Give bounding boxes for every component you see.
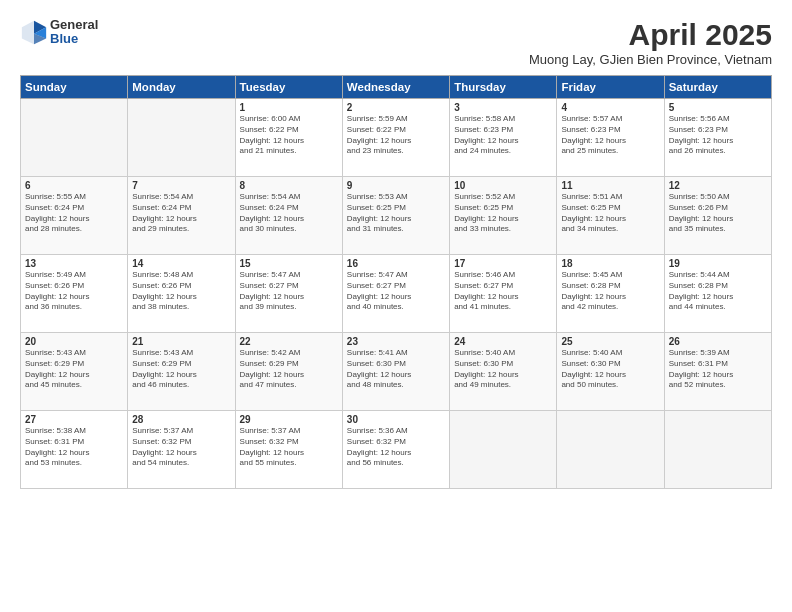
calendar-cell: 5Sunrise: 5:56 AM Sunset: 6:23 PM Daylig… xyxy=(664,99,771,177)
day-number: 14 xyxy=(132,258,230,269)
day-number: 3 xyxy=(454,102,552,113)
header: General Blue April 2025 Muong Lay, GJien… xyxy=(20,18,772,67)
weekday-header-row: SundayMondayTuesdayWednesdayThursdayFrid… xyxy=(21,76,772,99)
calendar-cell: 11Sunrise: 5:51 AM Sunset: 6:25 PM Dayli… xyxy=(557,177,664,255)
calendar-cell: 9Sunrise: 5:53 AM Sunset: 6:25 PM Daylig… xyxy=(342,177,449,255)
calendar-cell: 7Sunrise: 5:54 AM Sunset: 6:24 PM Daylig… xyxy=(128,177,235,255)
day-number: 20 xyxy=(25,336,123,347)
day-detail: Sunrise: 5:44 AM Sunset: 6:28 PM Dayligh… xyxy=(669,270,767,313)
logo-icon xyxy=(20,18,48,46)
weekday-header-tuesday: Tuesday xyxy=(235,76,342,99)
calendar-cell xyxy=(557,411,664,489)
day-number: 17 xyxy=(454,258,552,269)
calendar-cell xyxy=(128,99,235,177)
day-detail: Sunrise: 5:46 AM Sunset: 6:27 PM Dayligh… xyxy=(454,270,552,313)
day-detail: Sunrise: 5:49 AM Sunset: 6:26 PM Dayligh… xyxy=(25,270,123,313)
calendar-cell: 6Sunrise: 5:55 AM Sunset: 6:24 PM Daylig… xyxy=(21,177,128,255)
calendar-cell: 2Sunrise: 5:59 AM Sunset: 6:22 PM Daylig… xyxy=(342,99,449,177)
calendar-cell: 17Sunrise: 5:46 AM Sunset: 6:27 PM Dayli… xyxy=(450,255,557,333)
day-detail: Sunrise: 5:37 AM Sunset: 6:32 PM Dayligh… xyxy=(132,426,230,469)
calendar-cell: 18Sunrise: 5:45 AM Sunset: 6:28 PM Dayli… xyxy=(557,255,664,333)
day-detail: Sunrise: 5:39 AM Sunset: 6:31 PM Dayligh… xyxy=(669,348,767,391)
day-detail: Sunrise: 5:51 AM Sunset: 6:25 PM Dayligh… xyxy=(561,192,659,235)
weekday-header-wednesday: Wednesday xyxy=(342,76,449,99)
calendar-cell: 13Sunrise: 5:49 AM Sunset: 6:26 PM Dayli… xyxy=(21,255,128,333)
day-detail: Sunrise: 5:43 AM Sunset: 6:29 PM Dayligh… xyxy=(132,348,230,391)
day-detail: Sunrise: 5:58 AM Sunset: 6:23 PM Dayligh… xyxy=(454,114,552,157)
day-detail: Sunrise: 5:38 AM Sunset: 6:31 PM Dayligh… xyxy=(25,426,123,469)
calendar-cell: 19Sunrise: 5:44 AM Sunset: 6:28 PM Dayli… xyxy=(664,255,771,333)
calendar-cell: 23Sunrise: 5:41 AM Sunset: 6:30 PM Dayli… xyxy=(342,333,449,411)
day-detail: Sunrise: 5:40 AM Sunset: 6:30 PM Dayligh… xyxy=(561,348,659,391)
title-block: April 2025 Muong Lay, GJien Bien Provinc… xyxy=(529,18,772,67)
calendar-cell: 20Sunrise: 5:43 AM Sunset: 6:29 PM Dayli… xyxy=(21,333,128,411)
day-detail: Sunrise: 5:59 AM Sunset: 6:22 PM Dayligh… xyxy=(347,114,445,157)
calendar-cell: 21Sunrise: 5:43 AM Sunset: 6:29 PM Dayli… xyxy=(128,333,235,411)
day-number: 30 xyxy=(347,414,445,425)
calendar-cell: 24Sunrise: 5:40 AM Sunset: 6:30 PM Dayli… xyxy=(450,333,557,411)
day-number: 15 xyxy=(240,258,338,269)
day-number: 16 xyxy=(347,258,445,269)
day-number: 24 xyxy=(454,336,552,347)
calendar-week-5: 27Sunrise: 5:38 AM Sunset: 6:31 PM Dayli… xyxy=(21,411,772,489)
calendar-cell: 16Sunrise: 5:47 AM Sunset: 6:27 PM Dayli… xyxy=(342,255,449,333)
day-number: 4 xyxy=(561,102,659,113)
calendar-page: General Blue April 2025 Muong Lay, GJien… xyxy=(0,0,792,612)
logo: General Blue xyxy=(20,18,98,47)
month-title: April 2025 xyxy=(529,18,772,52)
day-number: 9 xyxy=(347,180,445,191)
calendar-week-1: 1Sunrise: 6:00 AM Sunset: 6:22 PM Daylig… xyxy=(21,99,772,177)
calendar-cell: 27Sunrise: 5:38 AM Sunset: 6:31 PM Dayli… xyxy=(21,411,128,489)
day-detail: Sunrise: 5:36 AM Sunset: 6:32 PM Dayligh… xyxy=(347,426,445,469)
day-number: 11 xyxy=(561,180,659,191)
weekday-header-friday: Friday xyxy=(557,76,664,99)
calendar-cell: 8Sunrise: 5:54 AM Sunset: 6:24 PM Daylig… xyxy=(235,177,342,255)
day-number: 8 xyxy=(240,180,338,191)
calendar-week-4: 20Sunrise: 5:43 AM Sunset: 6:29 PM Dayli… xyxy=(21,333,772,411)
calendar-cell xyxy=(664,411,771,489)
logo-text: General Blue xyxy=(50,18,98,47)
day-detail: Sunrise: 5:54 AM Sunset: 6:24 PM Dayligh… xyxy=(240,192,338,235)
day-detail: Sunrise: 5:40 AM Sunset: 6:30 PM Dayligh… xyxy=(454,348,552,391)
day-number: 1 xyxy=(240,102,338,113)
weekday-header-saturday: Saturday xyxy=(664,76,771,99)
calendar-cell: 29Sunrise: 5:37 AM Sunset: 6:32 PM Dayli… xyxy=(235,411,342,489)
weekday-header-thursday: Thursday xyxy=(450,76,557,99)
day-number: 10 xyxy=(454,180,552,191)
day-number: 5 xyxy=(669,102,767,113)
day-number: 12 xyxy=(669,180,767,191)
weekday-header-monday: Monday xyxy=(128,76,235,99)
day-detail: Sunrise: 5:53 AM Sunset: 6:25 PM Dayligh… xyxy=(347,192,445,235)
calendar-cell: 4Sunrise: 5:57 AM Sunset: 6:23 PM Daylig… xyxy=(557,99,664,177)
day-detail: Sunrise: 5:42 AM Sunset: 6:29 PM Dayligh… xyxy=(240,348,338,391)
day-detail: Sunrise: 5:47 AM Sunset: 6:27 PM Dayligh… xyxy=(347,270,445,313)
day-number: 23 xyxy=(347,336,445,347)
day-number: 19 xyxy=(669,258,767,269)
day-number: 13 xyxy=(25,258,123,269)
day-number: 2 xyxy=(347,102,445,113)
calendar-cell: 12Sunrise: 5:50 AM Sunset: 6:26 PM Dayli… xyxy=(664,177,771,255)
day-detail: Sunrise: 5:43 AM Sunset: 6:29 PM Dayligh… xyxy=(25,348,123,391)
calendar-week-2: 6Sunrise: 5:55 AM Sunset: 6:24 PM Daylig… xyxy=(21,177,772,255)
day-detail: Sunrise: 5:57 AM Sunset: 6:23 PM Dayligh… xyxy=(561,114,659,157)
day-number: 22 xyxy=(240,336,338,347)
calendar-table: SundayMondayTuesdayWednesdayThursdayFrid… xyxy=(20,75,772,489)
day-detail: Sunrise: 5:37 AM Sunset: 6:32 PM Dayligh… xyxy=(240,426,338,469)
day-number: 7 xyxy=(132,180,230,191)
day-detail: Sunrise: 5:54 AM Sunset: 6:24 PM Dayligh… xyxy=(132,192,230,235)
calendar-cell: 10Sunrise: 5:52 AM Sunset: 6:25 PM Dayli… xyxy=(450,177,557,255)
logo-blue: Blue xyxy=(50,32,98,46)
day-detail: Sunrise: 6:00 AM Sunset: 6:22 PM Dayligh… xyxy=(240,114,338,157)
day-number: 21 xyxy=(132,336,230,347)
day-detail: Sunrise: 5:56 AM Sunset: 6:23 PM Dayligh… xyxy=(669,114,767,157)
calendar-week-3: 13Sunrise: 5:49 AM Sunset: 6:26 PM Dayli… xyxy=(21,255,772,333)
day-detail: Sunrise: 5:45 AM Sunset: 6:28 PM Dayligh… xyxy=(561,270,659,313)
day-detail: Sunrise: 5:47 AM Sunset: 6:27 PM Dayligh… xyxy=(240,270,338,313)
calendar-cell: 15Sunrise: 5:47 AM Sunset: 6:27 PM Dayli… xyxy=(235,255,342,333)
calendar-cell: 25Sunrise: 5:40 AM Sunset: 6:30 PM Dayli… xyxy=(557,333,664,411)
calendar-cell: 26Sunrise: 5:39 AM Sunset: 6:31 PM Dayli… xyxy=(664,333,771,411)
day-detail: Sunrise: 5:55 AM Sunset: 6:24 PM Dayligh… xyxy=(25,192,123,235)
calendar-cell: 14Sunrise: 5:48 AM Sunset: 6:26 PM Dayli… xyxy=(128,255,235,333)
location-subtitle: Muong Lay, GJien Bien Province, Vietnam xyxy=(529,52,772,67)
day-number: 6 xyxy=(25,180,123,191)
